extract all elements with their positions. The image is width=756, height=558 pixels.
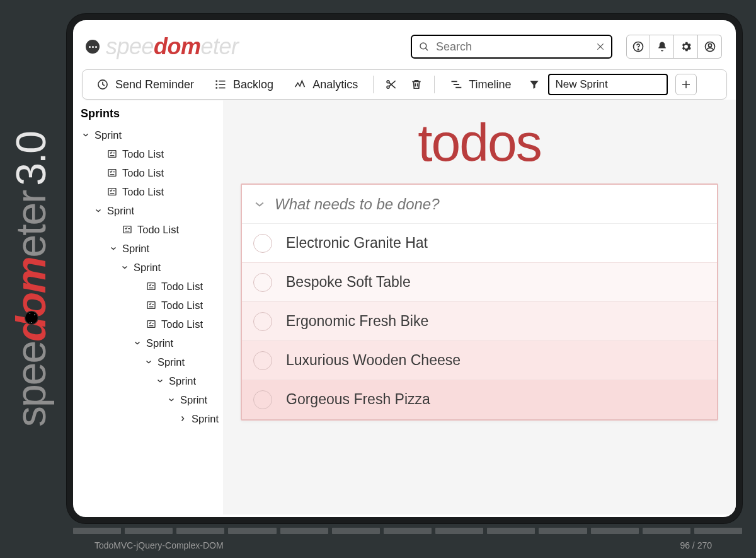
tree-todo-list[interactable]: Todo List	[73, 144, 223, 163]
tree-sprint[interactable]: Sprint	[73, 239, 223, 258]
filter-button[interactable]	[523, 73, 546, 96]
tree-label: Sprint	[180, 394, 207, 406]
sidebar-tree: SprintTodo ListTodo ListTodo ListSprintT…	[73, 125, 223, 428]
tree-sprint[interactable]: Sprint	[73, 125, 223, 144]
notifications-button[interactable]	[650, 35, 674, 59]
list-icon	[107, 187, 117, 197]
tree-label: Todo List	[137, 224, 179, 236]
todo-new-row	[242, 185, 717, 224]
new-todo-input[interactable]	[275, 195, 706, 213]
toggle-all-button[interactable]	[253, 198, 266, 211]
svg-point-15	[387, 81, 389, 83]
svg-rect-18	[454, 84, 459, 85]
todo-item[interactable]: Electronic Granite Hat	[242, 224, 717, 263]
svg-rect-26	[147, 283, 155, 290]
todo-item[interactable]: Bespoke Soft Table	[242, 263, 717, 302]
bell-icon	[656, 40, 668, 53]
timeline-icon	[450, 78, 462, 91]
todo-card: Electronic Granite HatBespoke Soft Table…	[241, 183, 718, 421]
svg-rect-10	[216, 84, 218, 86]
new-sprint-value: New Sprint	[556, 78, 608, 91]
toolbar-separator	[373, 76, 374, 93]
tree-todo-list[interactable]: Todo List	[73, 163, 223, 182]
tree-todo-list[interactable]: Todo List	[73, 315, 223, 334]
cut-button[interactable]	[380, 73, 403, 96]
tree-label: Sprint	[158, 356, 185, 368]
help-button[interactable]	[626, 35, 650, 59]
tree-label: Sprint	[192, 413, 219, 425]
toolbar-separator	[434, 76, 435, 93]
search-input[interactable]	[436, 40, 590, 54]
list-icon	[146, 319, 156, 329]
todo-checkbox[interactable]	[253, 351, 272, 370]
svg-point-5	[638, 49, 638, 50]
help-icon	[632, 40, 644, 53]
body-split: Sprints SprintTodo ListTodo ListTodo Lis…	[73, 100, 736, 514]
chevron-down-icon	[145, 358, 152, 366]
plus-icon	[680, 79, 692, 90]
account-button[interactable]	[698, 35, 722, 59]
svg-point-7	[708, 44, 711, 47]
tree-sprint[interactable]: Sprint	[73, 371, 223, 390]
tree-sprint[interactable]: Sprint	[73, 390, 223, 409]
list-icon	[122, 224, 132, 235]
todo-checkbox[interactable]	[253, 273, 272, 292]
logo-pre: spee	[106, 33, 154, 59]
tree-sprint[interactable]: Sprint	[73, 258, 223, 277]
chevron-down-icon	[110, 245, 117, 252]
gauge-icon	[25, 311, 38, 325]
todo-item[interactable]: Ergonomic Fresh Bike	[242, 302, 717, 341]
topbar-actions	[626, 35, 722, 59]
clear-icon[interactable]	[596, 42, 605, 51]
svg-rect-14	[219, 88, 226, 89]
logo-post: eter	[201, 33, 239, 59]
tree-sprint[interactable]: Sprint	[73, 352, 223, 371]
todo-item[interactable]: Gorgeous Fresh Pizza	[242, 380, 717, 419]
svg-rect-11	[216, 87, 218, 89]
todo-text: Bespoke Soft Table	[286, 274, 411, 291]
todo-list: Electronic Granite HatBespoke Soft Table…	[242, 224, 717, 419]
chevron-down-icon	[156, 377, 164, 385]
tree-label: Todo List	[161, 318, 203, 330]
svg-rect-23	[108, 170, 116, 177]
tree-sprint[interactable]: Sprint	[73, 334, 223, 352]
settings-button[interactable]	[674, 35, 698, 59]
todo-checkbox[interactable]	[253, 234, 272, 253]
brand-pre: spee	[8, 341, 54, 426]
send-reminder-button[interactable]: Send Reminder	[88, 73, 203, 96]
todo-checkbox[interactable]	[253, 312, 272, 331]
todo-checkbox[interactable]	[253, 390, 272, 409]
progress-ticks	[73, 528, 742, 534]
new-sprint-input[interactable]: New Sprint	[548, 74, 668, 95]
brand-wordmark: speedometer3.0	[7, 132, 55, 427]
backlog-label: Backlog	[233, 78, 273, 91]
tree-label: Sprint	[134, 262, 161, 274]
tree-label: Todo List	[122, 167, 164, 179]
add-sprint-button[interactable]	[675, 74, 697, 95]
svg-rect-28	[147, 321, 155, 328]
search-box[interactable]	[411, 35, 612, 59]
chevron-down-icon	[94, 207, 102, 214]
tree-todo-list[interactable]: Todo List	[73, 296, 223, 315]
tree-label: Todo List	[161, 281, 203, 293]
tree-sprint[interactable]: Sprint	[73, 409, 223, 428]
tree-todo-list[interactable]: Todo List	[73, 277, 223, 296]
analytics-button[interactable]: Analytics	[285, 73, 367, 96]
svg-rect-19	[455, 87, 461, 88]
footer-caption: TodoMVC-jQuery-Complex-DOM	[94, 540, 224, 550]
sidebar-title: Sprints	[73, 105, 223, 125]
tree-sprint[interactable]: Sprint	[73, 201, 223, 220]
chevron-down-icon	[168, 396, 175, 404]
svg-rect-27	[147, 302, 155, 309]
todo-text: Electronic Granite Hat	[286, 235, 428, 252]
backlog-button[interactable]: Backlog	[205, 73, 282, 96]
tree-todo-list[interactable]: Todo List	[73, 182, 223, 201]
content: todos Electronic Granite HatBespoke Soft…	[223, 100, 736, 514]
todo-item[interactable]: Luxurious Wooden Cheese	[242, 341, 717, 380]
svg-rect-13	[219, 84, 226, 85]
timeline-button[interactable]: Timeline	[441, 73, 520, 96]
tree-todo-list[interactable]: Todo List	[73, 220, 223, 239]
list-icon	[146, 300, 156, 310]
delete-button[interactable]	[405, 73, 428, 96]
svg-rect-12	[219, 81, 226, 82]
